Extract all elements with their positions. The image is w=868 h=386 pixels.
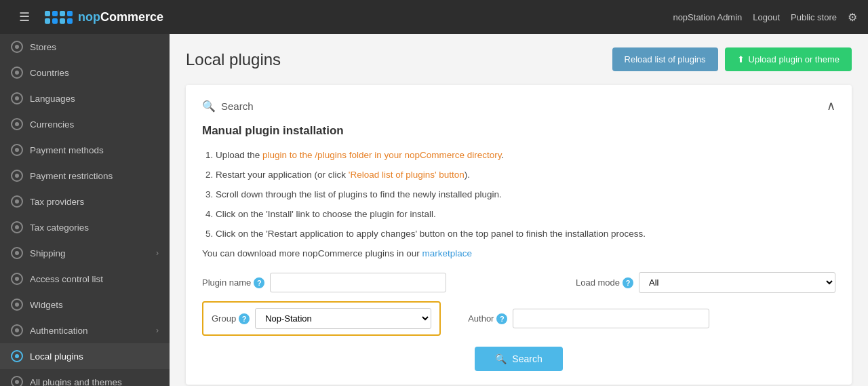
brand-logo: nopCommerce — [45, 10, 163, 24]
sidebar-item-label: Access control list — [30, 274, 159, 284]
sidebar-item-label: Payment methods — [30, 145, 159, 155]
search-header: 🔍 Search ∧ — [202, 98, 835, 113]
manual-install-section: Manual plugin installation Upload the pl… — [202, 124, 835, 258]
group-select[interactable]: All Nop-Station SevenSpikes Other — [255, 308, 431, 329]
sidebar-item-label: Countries — [30, 68, 159, 78]
tax-providers-icon — [11, 195, 23, 208]
sidebar-item-label: Currencies — [30, 119, 159, 130]
widgets-icon — [11, 298, 23, 311]
search-title-icon: 🔍 — [202, 100, 216, 113]
all-plugins-icon — [11, 376, 23, 386]
sidebar: Stores Countries Languages Currencies Pa… — [0, 34, 170, 386]
hamburger-button[interactable]: ☰ — [11, 4, 38, 30]
chevron-right-icon: › — [156, 248, 159, 258]
sidebar-item-countries[interactable]: Countries — [0, 60, 170, 85]
install-step-4: Click on the 'Install' link to choose th… — [216, 205, 835, 223]
admin-username: nopStation Admin — [673, 12, 742, 22]
load-mode-group: Load mode ? All Installed only Not insta… — [576, 272, 835, 293]
authentication-icon — [11, 324, 23, 336]
sidebar-item-label: Shipping — [30, 248, 149, 258]
page-header: Local plugins Reload list of plugins ⬆ U… — [186, 47, 852, 71]
sidebar-item-stores[interactable]: Stores — [0, 34, 170, 60]
author-group: Author ? — [468, 309, 709, 328]
countries-icon — [11, 66, 23, 79]
plugin-name-label: Plugin name ? — [202, 277, 264, 288]
install-step-1: Upload the plugin to the /plugins folder… — [216, 146, 835, 164]
sidebar-item-label: Tax providers — [30, 197, 159, 207]
reload-list-button[interactable]: Reload list of plugins — [612, 47, 718, 71]
sidebar-item-tax-categories[interactable]: Tax categories — [0, 214, 170, 240]
group-help-icon[interactable]: ? — [239, 313, 250, 324]
search-button[interactable]: 🔍 Search — [475, 347, 562, 371]
local-plugins-icon — [11, 350, 23, 362]
acl-icon — [11, 273, 23, 285]
sidebar-item-payment-methods[interactable]: Payment methods — [0, 137, 170, 163]
marketplace-link[interactable]: marketplace — [422, 248, 472, 258]
sidebar-item-local-plugins[interactable]: Local plugins — [0, 343, 170, 369]
brand-icon — [45, 11, 73, 24]
sidebar-item-label: Widgets — [30, 300, 159, 310]
install-step-2: Restart your application (or click 'Relo… — [216, 166, 835, 184]
sidebar-item-label: Local plugins — [30, 351, 159, 362]
sidebar-item-shipping[interactable]: Shipping › — [0, 240, 170, 266]
stores-icon — [11, 41, 23, 53]
load-mode-help-icon[interactable]: ? — [623, 277, 633, 288]
sidebar-item-label: Authentication — [30, 326, 149, 336]
plugin-name-help-icon[interactable]: ? — [254, 277, 264, 288]
payment-methods-icon — [11, 144, 23, 156]
sidebar-item-access-control-list[interactable]: Access control list — [0, 266, 170, 292]
settings-icon[interactable]: ⚙ — [848, 11, 857, 24]
manual-install-title: Manual plugin installation — [202, 124, 835, 138]
brand-name: nopCommerce — [78, 10, 163, 24]
page-title: Local plugins — [186, 50, 281, 69]
search-title-label: Search — [221, 100, 254, 112]
sidebar-item-tax-providers[interactable]: Tax providers — [0, 189, 170, 214]
logout-link[interactable]: Logout — [753, 12, 780, 22]
install-step-3: Scroll down through the list of plugins … — [216, 185, 835, 204]
marketplace-note: You can download more nopCommerce plugin… — [202, 248, 835, 258]
sidebar-item-currencies[interactable]: Currencies — [0, 111, 170, 137]
sidebar-item-label: Payment restrictions — [30, 171, 159, 181]
chevron-right-icon: › — [156, 326, 159, 335]
load-mode-label: Load mode ? — [576, 277, 633, 288]
public-store-link[interactable]: Public store — [791, 12, 837, 22]
reload-plugins-link[interactable]: 'Reload list of plugins' button — [349, 170, 465, 180]
author-input[interactable] — [513, 309, 709, 328]
sidebar-item-authentication[interactable]: Authentication › — [0, 317, 170, 343]
upload-button-label: Upload plugin or theme — [749, 54, 840, 64]
sidebar-item-label: Languages — [30, 94, 159, 104]
sidebar-item-label: Tax categories — [30, 223, 159, 233]
load-mode-select[interactable]: All Installed only Not installed only — [639, 272, 835, 293]
collapse-icon[interactable]: ∧ — [827, 98, 835, 113]
group-label: Group ? — [212, 313, 250, 324]
layout: Stores Countries Languages Currencies Pa… — [0, 34, 868, 386]
search-button-label: Search — [512, 353, 542, 364]
plugin-name-input[interactable] — [270, 273, 446, 292]
upload-plugin-button[interactable]: ⬆ Upload plugin or theme — [725, 47, 852, 71]
plugin-name-group: Plugin name ? — [202, 273, 446, 292]
sidebar-item-all-plugins-and-themes[interactable]: All plugins and themes — [0, 369, 170, 386]
main-content: Local plugins Reload list of plugins ⬆ U… — [170, 34, 868, 386]
author-label: Author ? — [468, 313, 507, 324]
sidebar-item-label: All plugins and themes — [30, 377, 159, 387]
header-buttons: Reload list of plugins ⬆ Upload plugin o… — [612, 47, 852, 71]
form-row-1: Plugin name ? Load mode ? All Installed … — [202, 272, 835, 293]
shipping-icon — [11, 247, 23, 259]
sidebar-item-languages[interactable]: Languages — [0, 85, 170, 111]
currencies-icon — [11, 118, 23, 130]
author-help-icon[interactable]: ? — [496, 313, 507, 324]
search-button-container: 🔍 Search — [202, 347, 835, 371]
upload-icon: ⬆ — [737, 54, 745, 64]
sidebar-item-payment-restrictions[interactable]: Payment restrictions — [0, 163, 170, 189]
install-steps-list: Upload the plugin to the /plugins folder… — [202, 146, 835, 243]
nav-right: nopStation Admin Logout Public store ⚙ — [673, 11, 857, 24]
sidebar-item-widgets[interactable]: Widgets — [0, 292, 170, 317]
tax-categories-icon — [11, 221, 23, 233]
payment-restrictions-icon — [11, 170, 23, 182]
sidebar-item-label: Stores — [30, 42, 159, 52]
search-title: 🔍 Search — [202, 100, 254, 113]
search-card: 🔍 Search ∧ Manual plugin installation Up… — [186, 85, 852, 385]
languages-icon — [11, 92, 23, 104]
plugins-folder-link[interactable]: plugin to the /plugins folder in your no… — [262, 150, 501, 160]
form-area: Plugin name ? Load mode ? All Installed … — [202, 272, 835, 371]
